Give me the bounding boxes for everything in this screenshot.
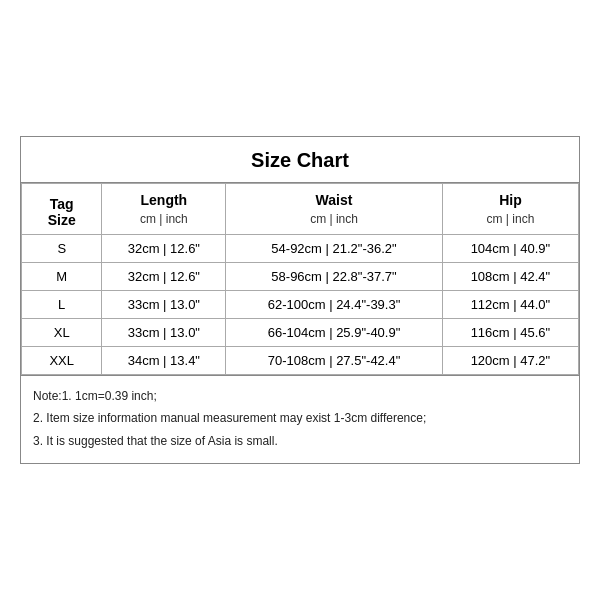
size-chart: Size Chart TagSize Length Waist Hip cm |… — [20, 136, 580, 464]
cell-length: 32cm | 12.6" — [102, 234, 226, 262]
cell-hip: 108cm | 42.4" — [442, 262, 578, 290]
table-header-main: TagSize Length Waist Hip — [22, 183, 579, 210]
col-length-sub: cm | inch — [102, 210, 226, 235]
cell-waist: 58-96cm | 22.8"-37.7" — [226, 262, 443, 290]
table-row: XXL34cm | 13.4"70-108cm | 27.5"-42.4"120… — [22, 346, 579, 374]
cell-hip: 104cm | 40.9" — [442, 234, 578, 262]
cell-waist: 70-108cm | 27.5"-42.4" — [226, 346, 443, 374]
col-length-header: Length — [102, 183, 226, 210]
cell-waist: 54-92cm | 21.2"-36.2" — [226, 234, 443, 262]
chart-title: Size Chart — [21, 137, 579, 183]
note-2: 2. Item size information manual measurem… — [33, 408, 567, 428]
cell-tag: S — [22, 234, 102, 262]
cell-waist: 66-104cm | 25.9"-40.9" — [226, 318, 443, 346]
note-1: Note:1. 1cm=0.39 inch; — [33, 386, 567, 406]
table-row: L33cm | 13.0"62-100cm | 24.4"-39.3"112cm… — [22, 290, 579, 318]
cell-length: 34cm | 13.4" — [102, 346, 226, 374]
note-3: 3. It is suggested that the size of Asia… — [33, 431, 567, 451]
cell-waist: 62-100cm | 24.4"-39.3" — [226, 290, 443, 318]
col-waist-header: Waist — [226, 183, 443, 210]
col-hip-header: Hip — [442, 183, 578, 210]
cell-length: 33cm | 13.0" — [102, 290, 226, 318]
table-row: S32cm | 12.6"54-92cm | 21.2"-36.2"104cm … — [22, 234, 579, 262]
table-row: XL33cm | 13.0"66-104cm | 25.9"-40.9"116c… — [22, 318, 579, 346]
cell-hip: 112cm | 44.0" — [442, 290, 578, 318]
col-waist-sub: cm | inch — [226, 210, 443, 235]
cell-tag: M — [22, 262, 102, 290]
size-table: TagSize Length Waist Hip cm | inch cm | … — [21, 183, 579, 375]
col-hip-sub: cm | inch — [442, 210, 578, 235]
notes-section: Note:1. 1cm=0.39 inch; 2. Item size info… — [21, 375, 579, 463]
cell-tag: XXL — [22, 346, 102, 374]
cell-length: 33cm | 13.0" — [102, 318, 226, 346]
cell-tag: L — [22, 290, 102, 318]
table-row: M32cm | 12.6"58-96cm | 22.8"-37.7"108cm … — [22, 262, 579, 290]
col-tag-header: TagSize — [22, 183, 102, 234]
cell-hip: 116cm | 45.6" — [442, 318, 578, 346]
cell-length: 32cm | 12.6" — [102, 262, 226, 290]
table-body: S32cm | 12.6"54-92cm | 21.2"-36.2"104cm … — [22, 234, 579, 374]
cell-hip: 120cm | 47.2" — [442, 346, 578, 374]
table-header-sub: cm | inch cm | inch cm | inch — [22, 210, 579, 235]
cell-tag: XL — [22, 318, 102, 346]
